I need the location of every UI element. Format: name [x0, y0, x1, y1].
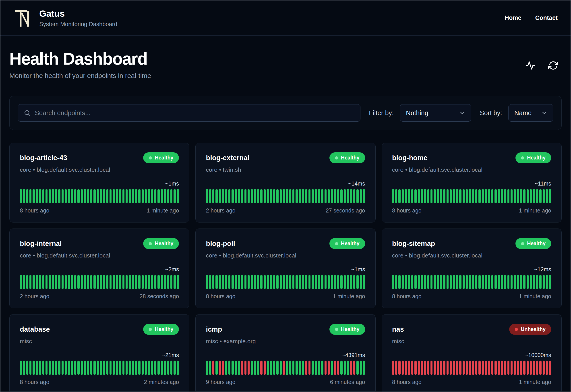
uptime-bar[interactable] — [254, 189, 256, 203]
uptime-bar[interactable] — [145, 189, 147, 203]
uptime-bar[interactable] — [447, 361, 449, 375]
uptime-bar[interactable] — [148, 275, 150, 289]
uptime-bar[interactable] — [421, 189, 423, 203]
uptime-bar[interactable] — [49, 361, 51, 375]
uptime-bar[interactable] — [251, 275, 253, 289]
uptime-bar[interactable] — [87, 189, 89, 203]
uptime-bar[interactable] — [215, 189, 217, 203]
uptime-bar[interactable] — [347, 275, 349, 289]
uptime-bar[interactable] — [248, 361, 250, 375]
uptime-bar[interactable] — [49, 189, 51, 203]
uptime-bar[interactable] — [90, 361, 92, 375]
uptime-bar[interactable] — [145, 361, 147, 375]
uptime-bar[interactable] — [212, 275, 214, 289]
uptime-bar[interactable] — [463, 361, 465, 375]
uptime-bar[interactable] — [501, 361, 503, 375]
uptime-bar[interactable] — [312, 189, 314, 203]
uptime-bar[interactable] — [209, 361, 211, 375]
uptime-bar[interactable] — [511, 275, 512, 289]
uptime-bar[interactable] — [504, 275, 506, 289]
uptime-bar[interactable] — [39, 275, 41, 289]
uptime-bar[interactable] — [283, 275, 285, 289]
uptime-bar[interactable] — [443, 275, 445, 289]
uptime-bar[interactable] — [23, 275, 25, 289]
uptime-bar[interactable] — [475, 189, 477, 203]
uptime-bar[interactable] — [520, 275, 522, 289]
uptime-bar[interactable] — [254, 275, 256, 289]
uptime-bar[interactable] — [395, 361, 397, 375]
uptime-bar[interactable] — [286, 189, 288, 203]
uptime-bar[interactable] — [116, 361, 118, 375]
uptime-bar[interactable] — [235, 189, 237, 203]
uptime-bar[interactable] — [495, 189, 496, 203]
uptime-bar[interactable] — [453, 189, 455, 203]
uptime-bar[interactable] — [392, 361, 394, 375]
uptime-bar[interactable] — [260, 361, 262, 375]
uptime-bar[interactable] — [549, 361, 551, 375]
uptime-bar[interactable] — [36, 275, 38, 289]
uptime-bar[interactable] — [52, 189, 54, 203]
uptime-bar[interactable] — [119, 361, 121, 375]
nav-link-home[interactable]: Home — [505, 14, 521, 21]
uptime-bar[interactable] — [289, 361, 291, 375]
uptime-bar[interactable] — [273, 361, 275, 375]
uptime-bar[interactable] — [533, 361, 535, 375]
uptime-bar[interactable] — [344, 361, 346, 375]
uptime-bar[interactable] — [315, 189, 317, 203]
uptime-bar[interactable] — [363, 361, 365, 375]
uptime-bar[interactable] — [402, 275, 404, 289]
uptime-bar[interactable] — [434, 189, 436, 203]
uptime-bar[interactable] — [539, 189, 541, 203]
uptime-bar[interactable] — [402, 361, 404, 375]
uptime-bar[interactable] — [289, 275, 291, 289]
uptime-bar[interactable] — [100, 189, 102, 203]
uptime-bar[interactable] — [126, 361, 128, 375]
uptime-bar[interactable] — [219, 361, 221, 375]
uptime-bar[interactable] — [81, 275, 83, 289]
endpoint-card[interactable]: blog-home Healthy core • blog.default.sv… — [382, 143, 562, 223]
uptime-bar[interactable] — [122, 189, 124, 203]
uptime-bar[interactable] — [225, 189, 227, 203]
uptime-bar[interactable] — [145, 275, 147, 289]
uptime-bar[interactable] — [116, 189, 118, 203]
uptime-bar[interactable] — [32, 189, 35, 203]
uptime-bar[interactable] — [151, 189, 153, 203]
uptime-bar[interactable] — [84, 275, 86, 289]
uptime-bar[interactable] — [450, 275, 452, 289]
uptime-bar[interactable] — [308, 275, 311, 289]
uptime-bar[interactable] — [434, 275, 436, 289]
uptime-bar[interactable] — [318, 189, 320, 203]
uptime-bar[interactable] — [119, 275, 121, 289]
uptime-bar[interactable] — [347, 361, 349, 375]
uptime-bar[interactable] — [485, 361, 487, 375]
uptime-bar[interactable] — [154, 361, 156, 375]
uptime-bar[interactable] — [45, 361, 47, 375]
uptime-bar[interactable] — [276, 275, 278, 289]
uptime-bar[interactable] — [299, 275, 301, 289]
uptime-bar[interactable] — [437, 275, 439, 289]
uptime-bar[interactable] — [427, 189, 429, 203]
uptime-bar[interactable] — [55, 361, 57, 375]
uptime-bar[interactable] — [77, 189, 79, 203]
uptime-bar[interactable] — [241, 189, 243, 203]
uptime-bars[interactable] — [392, 275, 551, 289]
uptime-bar[interactable] — [539, 361, 541, 375]
uptime-bar[interactable] — [264, 275, 266, 289]
uptime-bar[interactable] — [411, 275, 413, 289]
uptime-bar[interactable] — [74, 189, 76, 203]
uptime-bar[interactable] — [23, 361, 25, 375]
uptime-bar[interactable] — [312, 275, 314, 289]
uptime-bar[interactable] — [488, 275, 490, 289]
uptime-bar[interactable] — [472, 361, 474, 375]
uptime-bar[interactable] — [248, 189, 250, 203]
uptime-bar[interactable] — [498, 275, 500, 289]
uptime-bar[interactable] — [530, 361, 532, 375]
uptime-bar[interactable] — [209, 275, 211, 289]
uptime-bar[interactable] — [276, 361, 278, 375]
uptime-bar[interactable] — [363, 275, 365, 289]
uptime-bar[interactable] — [350, 275, 352, 289]
uptime-bar[interactable] — [106, 275, 108, 289]
uptime-bar[interactable] — [61, 275, 64, 289]
uptime-bar[interactable] — [440, 361, 442, 375]
uptime-bar[interactable] — [39, 361, 41, 375]
